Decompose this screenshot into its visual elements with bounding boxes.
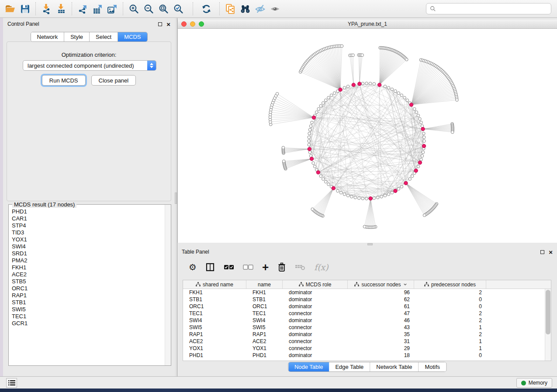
network-node[interactable] xyxy=(420,121,423,124)
network-node[interactable] xyxy=(357,197,360,200)
mcds-hub-node[interactable] xyxy=(358,82,361,86)
export-network-button[interactable] xyxy=(75,1,90,16)
network-node[interactable] xyxy=(415,111,418,114)
mcds-result-item[interactable]: STP4 xyxy=(12,222,164,229)
settings-gear-button[interactable]: ⚙ xyxy=(189,261,197,274)
splitter-grip[interactable] xyxy=(367,243,373,245)
tab-motifs[interactable]: Motifs xyxy=(419,362,446,371)
mcds-hub-node[interactable] xyxy=(369,196,372,200)
mcds-result-item[interactable]: STB1 xyxy=(12,299,164,306)
network-node[interactable] xyxy=(311,121,314,124)
column-header-name[interactable]: name xyxy=(246,280,283,289)
network-node[interactable] xyxy=(312,162,315,165)
network-node[interactable] xyxy=(403,96,406,99)
network-node[interactable] xyxy=(384,194,387,197)
criterion-dropdown[interactable]: largest connected component (undirected) xyxy=(23,60,156,71)
import-table-button[interactable] xyxy=(54,1,69,16)
network-node[interactable] xyxy=(324,99,327,102)
hide-details-button[interactable] xyxy=(253,1,267,16)
network-node[interactable] xyxy=(339,191,343,194)
network-node[interactable] xyxy=(282,146,285,149)
zoom-selected-button[interactable] xyxy=(171,1,186,16)
tab-style[interactable]: Style xyxy=(64,32,90,41)
mcds-result-item[interactable]: SWI4 xyxy=(12,243,164,250)
network-node[interactable] xyxy=(343,86,346,89)
network-node[interactable] xyxy=(422,132,426,135)
network-node[interactable] xyxy=(394,89,397,93)
network-node[interactable] xyxy=(322,102,325,105)
column-header-successor-nodes[interactable]: successor nodes xyxy=(348,280,414,289)
network-node[interactable] xyxy=(308,132,311,135)
network-node[interactable] xyxy=(311,208,314,211)
network-node[interactable] xyxy=(308,143,311,146)
mcds-result-item[interactable]: STB5 xyxy=(12,278,164,285)
tab-network-table[interactable]: Network Table xyxy=(370,362,419,371)
network-node[interactable] xyxy=(317,107,320,110)
mcds-result-item[interactable]: SRD1 xyxy=(12,250,164,257)
network-node[interactable] xyxy=(451,131,454,134)
table-row[interactable]: YOX1YOX1connector291 xyxy=(183,345,551,352)
table-row[interactable]: SWI4SWI4dominator462 xyxy=(183,317,551,324)
network-node[interactable] xyxy=(411,175,414,178)
network-node[interactable] xyxy=(363,225,366,228)
network-node[interactable] xyxy=(276,93,279,96)
network-node[interactable] xyxy=(456,99,459,102)
network-node[interactable] xyxy=(330,94,333,97)
network-node[interactable] xyxy=(324,180,327,183)
network-node[interactable] xyxy=(319,175,322,178)
network-node[interactable] xyxy=(319,104,322,107)
network-node[interactable] xyxy=(361,54,364,57)
network-node[interactable] xyxy=(397,187,400,190)
open-session-button[interactable] xyxy=(3,1,17,16)
network-node[interactable] xyxy=(419,117,422,120)
network-node[interactable] xyxy=(309,125,312,128)
mcds-hub-node[interactable] xyxy=(377,83,381,86)
close-panel-icon[interactable]: × xyxy=(549,250,553,254)
share-copy-button[interactable] xyxy=(223,1,238,16)
tab-select[interactable]: Select xyxy=(90,32,118,41)
network-node[interactable] xyxy=(387,86,390,89)
mcds-result-item[interactable]: ORC1 xyxy=(12,285,164,292)
network-node[interactable] xyxy=(346,85,349,88)
network-node[interactable] xyxy=(417,114,420,117)
table-row[interactable]: RAP1RAP1dominator352 xyxy=(183,331,551,338)
network-node[interactable] xyxy=(397,92,400,95)
mcds-result-item[interactable]: PMA2 xyxy=(12,257,164,264)
network-node[interactable] xyxy=(408,178,412,181)
mcds-result-item[interactable]: TID3 xyxy=(12,229,164,236)
network-node[interactable] xyxy=(365,197,368,200)
network-node[interactable] xyxy=(422,136,426,139)
horizontal-splitter[interactable] xyxy=(177,243,557,246)
refresh-button[interactable] xyxy=(199,1,214,16)
import-network-button[interactable] xyxy=(39,1,54,16)
network-node[interactable] xyxy=(352,54,355,57)
network-node[interactable] xyxy=(308,136,311,139)
task-history-button[interactable] xyxy=(6,378,17,388)
network-node[interactable] xyxy=(333,92,336,95)
table-row[interactable]: SWI5SWI5connector431 xyxy=(183,324,551,331)
zoom-out-button[interactable] xyxy=(141,1,156,16)
run-mcds-button[interactable]: Run MCDS xyxy=(42,75,86,86)
column-header-predecessor-nodes[interactable]: predecessor nodes xyxy=(414,280,486,289)
mcds-hub-node[interactable] xyxy=(339,88,342,91)
deselect-all-button[interactable] xyxy=(243,261,253,274)
mcds-result-item[interactable]: ACE2 xyxy=(12,271,164,278)
network-node[interactable] xyxy=(350,195,353,198)
delete-column-button[interactable] xyxy=(277,261,286,274)
column-header-shared-name[interactable]: shared name xyxy=(183,280,246,289)
float-panel-icon[interactable] xyxy=(540,250,544,254)
table-scrollbar[interactable] xyxy=(545,289,551,361)
mcds-result-item[interactable]: GCR1 xyxy=(12,320,164,327)
show-details-button[interactable] xyxy=(267,1,282,16)
network-node[interactable] xyxy=(376,196,379,199)
network-node[interactable] xyxy=(361,82,364,85)
network-node[interactable] xyxy=(373,197,376,200)
network-node[interactable] xyxy=(369,82,372,85)
network-node[interactable] xyxy=(380,195,383,198)
float-panel-icon[interactable] xyxy=(158,22,162,26)
mcds-result-item[interactable]: CAR1 xyxy=(12,215,164,222)
table-row[interactable]: ORC1ORC1dominator610 xyxy=(183,303,551,310)
mcds-list-scrollbar[interactable] xyxy=(165,205,171,365)
mcds-hub-node[interactable] xyxy=(421,127,425,131)
network-node[interactable] xyxy=(340,45,343,48)
